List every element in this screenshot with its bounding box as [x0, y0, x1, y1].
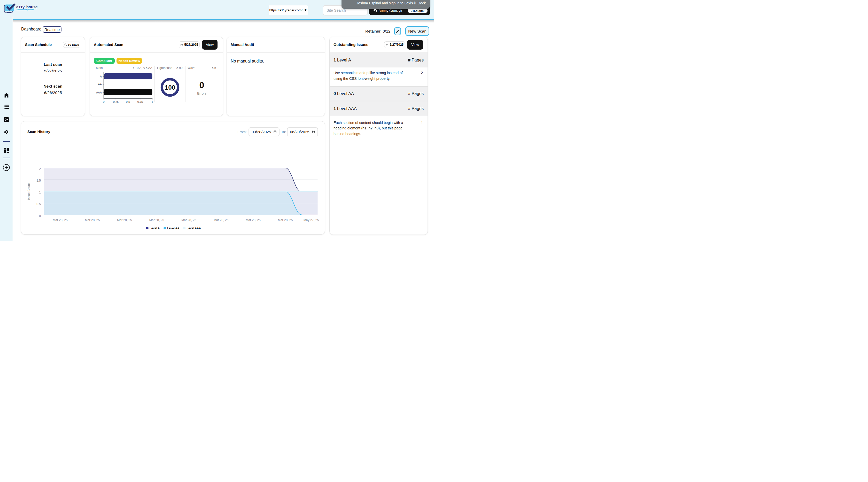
svg-text:Lighthouse: Lighthouse — [157, 66, 172, 70]
svg-text:0.5: 0.5 — [126, 100, 130, 103]
svg-text:Level AAA: Level AAA — [187, 227, 201, 230]
svg-text:May 27, 25: May 27, 25 — [304, 218, 319, 222]
svg-text:AA: AA — [98, 83, 102, 86]
svg-text:Mar 28, 25: Mar 28, 25 — [85, 218, 100, 222]
svg-text:Wave: Wave — [188, 66, 195, 70]
svg-text:a11y. house: a11y. house — [16, 5, 38, 9]
svg-text:Mar 28, 25: Mar 28, 25 — [246, 218, 261, 222]
svg-text:AAA: AAA — [96, 91, 102, 94]
svg-text:> 90: > 90 — [177, 66, 183, 70]
svg-text:0.25: 0.25 — [113, 100, 119, 103]
svg-text:2: 2 — [39, 167, 41, 171]
svg-text:Mar 28, 25: Mar 28, 25 — [214, 218, 228, 222]
svg-text:0: 0 — [39, 214, 41, 218]
svg-text:Main: Main — [96, 66, 103, 70]
svg-text:1: 1 — [39, 191, 41, 194]
svg-text:Level A: Level A — [150, 227, 160, 230]
svg-text:Issue Count: Issue Count — [27, 183, 31, 200]
svg-text:100: 100 — [165, 84, 176, 91]
svg-text:Mar 28, 25: Mar 28, 25 — [181, 218, 196, 222]
svg-text:0.75: 0.75 — [137, 100, 143, 103]
svg-text:< 10 A, < 5 AA: < 10 A, < 5 AA — [132, 66, 152, 70]
svg-text:Errors: Errors — [197, 91, 207, 95]
svg-text:1: 1 — [151, 100, 153, 103]
svg-text:0: 0 — [103, 100, 104, 103]
svg-text:A: A — [100, 75, 102, 78]
svg-text:0: 0 — [199, 80, 204, 90]
svg-text:Mar 28, 25: Mar 28, 25 — [117, 218, 132, 222]
svg-text:0.5: 0.5 — [36, 202, 41, 206]
svg-text:Level AA: Level AA — [167, 227, 179, 230]
svg-text:Mar 28, 25: Mar 28, 25 — [53, 218, 68, 222]
svg-text:Mar 28, 25: Mar 28, 25 — [149, 218, 164, 222]
svg-text:1.5: 1.5 — [36, 179, 41, 182]
svg-text:< 5: < 5 — [212, 66, 216, 70]
svg-text:Accessibility Radar: Accessibility Radar — [16, 8, 34, 11]
svg-text:Mar 28, 25: Mar 28, 25 — [278, 218, 293, 222]
